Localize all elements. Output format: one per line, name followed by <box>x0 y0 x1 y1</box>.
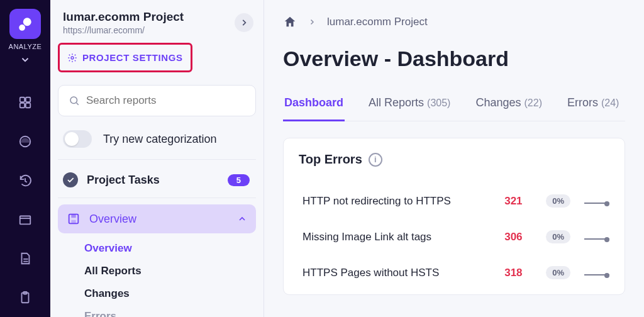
panel-title: Top Errors i <box>299 152 609 167</box>
svg-point-9 <box>70 97 77 104</box>
search-reports[interactable] <box>58 85 256 116</box>
error-pct: 0% <box>546 194 570 208</box>
save-icon <box>67 212 80 226</box>
rail-item-history[interactable] <box>18 174 32 187</box>
svg-rect-12 <box>71 220 75 224</box>
chevron-right-icon <box>308 18 316 26</box>
tab-dashboard[interactable]: Dashboard <box>283 96 345 121</box>
error-label: HTTP not redirecting to HTTPS <box>303 195 491 208</box>
file-icon <box>18 252 32 265</box>
subnav-changes[interactable]: Changes <box>84 287 256 300</box>
error-count: 321 <box>504 195 532 208</box>
nav-rail: ANALYZE <box>0 0 50 317</box>
rail-item-archive[interactable] <box>18 213 32 226</box>
error-row[interactable]: Missing Image Link alt tags 306 0% <box>299 223 609 259</box>
tab-all-reports[interactable]: All Reports (305) <box>367 96 452 121</box>
app-logo[interactable] <box>9 9 41 39</box>
main-content: lumar.ecomm Project Overview - Dashboard… <box>264 0 644 317</box>
home-icon <box>283 15 297 29</box>
svg-point-8 <box>71 57 74 59</box>
svg-rect-1 <box>26 97 30 102</box>
try-new-categorization: Try new categorization <box>58 125 256 160</box>
overview-group-label: Overview <box>89 213 136 226</box>
rail-expand[interactable] <box>19 54 31 65</box>
error-count: 306 <box>504 231 532 243</box>
project-settings-link[interactable]: PROJECT SETTINGS <box>58 43 192 72</box>
chevron-down-icon <box>19 54 31 65</box>
tab-errors[interactable]: Errors (24) <box>566 96 620 121</box>
check-circle-icon <box>63 172 78 187</box>
project-url: https://lumar.ecomm/ <box>63 25 184 35</box>
chevron-right-icon <box>240 18 248 27</box>
archive-icon <box>18 213 32 226</box>
sidebar: lumar.ecomm Project https://lumar.ecomm/… <box>50 0 264 317</box>
error-label: Missing Image Link alt tags <box>303 231 491 243</box>
info-icon[interactable]: i <box>369 153 382 167</box>
rail-item-file[interactable] <box>18 252 32 265</box>
clipboard-icon <box>18 291 32 304</box>
grid-icon <box>18 96 32 109</box>
project-header: lumar.ecomm Project https://lumar.ecomm/ <box>58 10 256 43</box>
gauge-icon <box>18 135 32 148</box>
top-errors-panel: Top Errors i HTTP not redirecting to HTT… <box>283 138 625 295</box>
project-title: lumar.ecomm Project <box>63 10 184 24</box>
error-row[interactable]: HTTP not redirecting to HTTPS 321 0% <box>299 187 609 223</box>
error-pct: 0% <box>546 230 570 243</box>
subnav-errors[interactable]: Errors <box>84 310 256 317</box>
rail-item-clipboard[interactable] <box>18 291 32 304</box>
overview-subnav: Overview All Reports Changes Errors <box>58 233 256 317</box>
tasks-count-badge: 5 <box>228 174 250 186</box>
rail-item-dashboard[interactable] <box>18 96 32 109</box>
report-tabs: Dashboard All Reports (305) Changes (22)… <box>283 96 625 121</box>
categorization-toggle[interactable] <box>63 130 92 148</box>
error-pct: 0% <box>546 266 570 279</box>
breadcrumb-home[interactable] <box>283 15 297 29</box>
sparkline <box>584 199 609 204</box>
project-tasks-row[interactable]: Project Tasks 5 <box>58 166 256 198</box>
svg-rect-5 <box>20 216 31 225</box>
svg-rect-2 <box>20 103 25 108</box>
chevron-up-icon <box>237 214 247 224</box>
subnav-all-reports[interactable]: All Reports <box>84 265 256 277</box>
svg-rect-3 <box>26 103 30 108</box>
breadcrumb: lumar.ecomm Project <box>283 15 625 29</box>
sidebar-item-overview[interactable]: Overview <box>58 204 256 233</box>
tasks-label: Project Tasks <box>87 174 160 187</box>
error-label: HTTPS Pages without HSTS <box>303 267 491 279</box>
project-settings-label: PROJECT SETTINGS <box>82 52 183 63</box>
breadcrumb-project[interactable]: lumar.ecomm Project <box>327 16 428 28</box>
categorization-label: Try new categorization <box>103 133 216 146</box>
restore-icon <box>18 174 32 187</box>
subnav-overview[interactable]: Overview <box>84 242 256 255</box>
logo-icon <box>17 16 33 32</box>
svg-rect-0 <box>20 97 25 102</box>
gear-icon <box>67 53 77 63</box>
sparkline <box>584 270 609 275</box>
tab-changes[interactable]: Changes (22) <box>474 96 543 121</box>
svg-rect-11 <box>71 214 75 218</box>
analyze-label: ANALYZE <box>9 43 42 50</box>
error-count: 318 <box>504 267 532 279</box>
error-row[interactable]: HTTPS Pages without HSTS 318 0% <box>299 259 609 294</box>
project-switch-button[interactable] <box>235 13 253 32</box>
sparkline <box>584 235 609 240</box>
rail-item-speed[interactable] <box>18 135 32 148</box>
search-input[interactable] <box>86 94 245 107</box>
search-icon <box>69 94 80 107</box>
page-title: Overview - Dashboard <box>283 47 625 71</box>
